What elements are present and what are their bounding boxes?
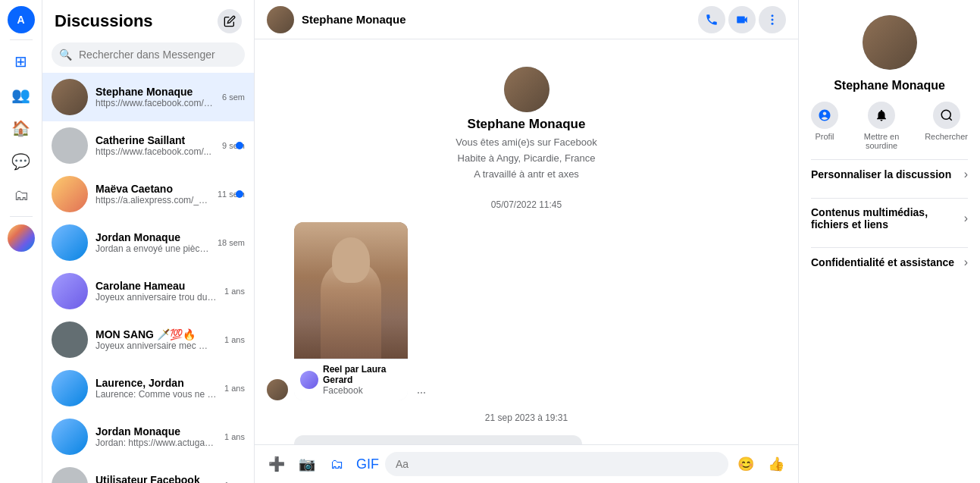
conv-info-2: Maëva Caetano https://a.aliexpress.com/_… (95, 183, 210, 205)
sticker-button[interactable]: 🗂 (324, 451, 350, 477)
message-status-icon: ⋯ (414, 385, 429, 400)
chat-header-name: Stephane Monaque (302, 13, 690, 26)
search-icon: 🔍 (59, 49, 72, 61)
like-button[interactable]: 👍 (763, 451, 789, 477)
sidebar-title: Discussions (55, 11, 153, 31)
conv-item-1[interactable]: Catherine Saillant https://www.facebook.… (42, 121, 254, 170)
people-icon[interactable]: 👥 (6, 80, 36, 110)
search-box: 🔍 (52, 42, 245, 67)
pages-icon[interactable]: 🏠 (6, 113, 36, 143)
conv-info-7: Jordan Monaque Jordan: https://www.actug… (95, 425, 217, 448)
date-divider-1: 05/07/2022 11:45 (267, 193, 786, 216)
reel-bubble[interactable]: Reel par Laura Gerard Facebook (294, 222, 408, 400)
conv-name-3: Jordan Monaque (95, 231, 210, 243)
video-call-button[interactable] (728, 6, 756, 33)
sidebar: Discussions 🔍 Stephane Monaque https://w… (42, 0, 255, 483)
conv-info-6: Laurence, Jordan Laurence: Comme vous ne… (95, 377, 217, 400)
profile-card-avatar (504, 67, 549, 112)
chat-header-actions (698, 6, 786, 33)
profile-icon (811, 102, 838, 129)
conv-info-1: Catherine Saillant https://www.facebook.… (95, 134, 214, 157)
reel-info: Reel par Laura Gerard Facebook (294, 359, 408, 400)
conv-item-0[interactable]: Stephane Monaque https://www.facebook.co… (42, 73, 254, 121)
home-icon[interactable]: ⊞ (6, 46, 36, 77)
conv-avatar-5 (52, 321, 88, 358)
conv-preview-6: Laurence: Comme vous ne le ré... (95, 389, 217, 400)
phone-call-button[interactable] (698, 6, 725, 33)
conv-name-8: Utilisateur Facebook (95, 474, 217, 483)
conv-name-0: Stephane Monaque (95, 86, 214, 98)
conv-item-3[interactable]: Jordan Monaque Jordan a envoyé une pièce… (42, 218, 254, 267)
conv-item-4[interactable]: Carolane Hameau Joyeux anniversaire trou… (42, 267, 254, 315)
message-row-reel: Reel par Laura Gerard Facebook ⋯ (267, 222, 786, 400)
search-input[interactable] (52, 42, 245, 67)
right-panel-avatar (863, 15, 917, 70)
privacy-label: Confidentialité et assistance (811, 256, 954, 268)
conv-info-5: MON SANG 🗡️💯🔥 Joyeux anniversaire mec 🔥 … (95, 328, 217, 351)
chat-input-area: ➕ 📷 🗂 GIF 😊 👍 (255, 444, 798, 483)
conv-item-7[interactable]: Jordan Monaque Jordan: https://www.actug… (42, 412, 254, 461)
conv-avatar-3 (52, 224, 88, 261)
conv-avatar-2 (52, 176, 88, 212)
sidebar-header: Discussions (42, 0, 254, 39)
more-options-button[interactable] (759, 6, 786, 33)
conversation-list: Stephane Monaque https://www.facebook.co… (42, 73, 254, 483)
emoji-button[interactable]: 😊 (733, 451, 759, 477)
conv-item-8[interactable]: Utilisateur Facebook Bonjour Alexi, votr… (42, 461, 254, 483)
conv-item-6[interactable]: Laurence, Jordan Laurence: Comme vous ne… (42, 364, 254, 412)
customize-section[interactable]: Personnaliser la discussion › (811, 159, 968, 189)
bell-icon (868, 102, 895, 129)
conv-name-6: Laurence, Jordan (95, 377, 217, 389)
privacy-chevron: › (964, 256, 968, 269)
search-action[interactable]: Rechercher (925, 102, 968, 150)
conv-info-4: Carolane Hameau Joyeux anniversaire trou… (95, 280, 217, 303)
conv-preview-5: Joyeux anniversaire mec 🔥 · 1 ans (95, 340, 217, 351)
conv-name-7: Jordan Monaque (95, 425, 217, 438)
date-divider-2: 21 sep 2023 à 19:31 (267, 406, 786, 429)
conv-avatar-6 (52, 370, 88, 406)
search-label: Rechercher (925, 132, 968, 141)
photo-button[interactable]: 📷 (294, 451, 320, 477)
conv-preview-0: https://www.facebook.com/ma... (95, 98, 214, 108)
customize-chevron: › (964, 168, 968, 181)
profile-card-work: A travaillé à antr et axes (474, 168, 579, 180)
conv-name-1: Catherine Saillant (95, 134, 214, 146)
media-section[interactable]: Contenus multimédias, fichiers et liens … (811, 198, 968, 238)
right-panel-name: Stephane Monaque (834, 79, 945, 93)
plus-button[interactable]: ➕ (264, 451, 290, 477)
gif-button[interactable]: GIF (355, 451, 380, 477)
earth-icon[interactable] (6, 223, 36, 253)
compose-icon[interactable] (218, 9, 242, 33)
conv-time-7: 1 ans (224, 432, 245, 441)
reel-title: Reel par Laura Gerard (323, 364, 402, 385)
conv-item-2[interactable]: Maëva Caetano https://a.aliexpress.com/_… (42, 170, 254, 218)
conv-time-3: 18 sem (218, 238, 245, 247)
conv-name-2: Maëva Caetano (95, 183, 210, 195)
user-avatar-nav[interactable]: A (8, 6, 35, 33)
media-label: Contenus multimédias, fichiers et liens (811, 206, 964, 231)
conv-preview-2: https://a.aliexpress.com/_E... (95, 195, 210, 205)
message-input[interactable] (385, 452, 728, 476)
svg-point-1 (772, 18, 774, 20)
mute-action[interactable]: Mettre en sourdine (850, 102, 913, 150)
chat-header-avatar (267, 6, 294, 33)
messenger-icon[interactable]: 💬 (6, 146, 36, 177)
conv-name-4: Carolane Hameau (95, 280, 217, 292)
unread-dot-2 (236, 190, 243, 198)
reel-image (294, 222, 408, 359)
profile-action[interactable]: Profil (811, 102, 838, 150)
conv-time-6: 1 ans (224, 384, 245, 393)
conv-preview-1: https://www.facebook.com/... (95, 146, 214, 157)
conv-avatar-7 (52, 419, 88, 455)
reel-source-icon (300, 371, 318, 389)
customize-label: Personnaliser la discussion (811, 168, 951, 180)
link-bubble[interactable]: https://www.facebook.com/marketplace/ite… (294, 435, 582, 444)
conv-time-0: 6 sem (222, 93, 245, 102)
conv-preview-4: Joyeux anniversaire trou duc 😄 (95, 292, 217, 303)
privacy-section[interactable]: Confidentialité et assistance › (811, 247, 968, 277)
conv-item-5[interactable]: MON SANG 🗡️💯🔥 Joyeux anniversaire mec 🔥 … (42, 315, 254, 364)
archive-icon[interactable]: 🗂 (6, 180, 36, 210)
reel-text: Reel par Laura Gerard Facebook (323, 364, 402, 396)
conv-info-8: Utilisateur Facebook Bonjour Alexi, votr… (95, 474, 217, 483)
conv-preview-7: Jordan: https://www.actugamin... (95, 438, 217, 448)
